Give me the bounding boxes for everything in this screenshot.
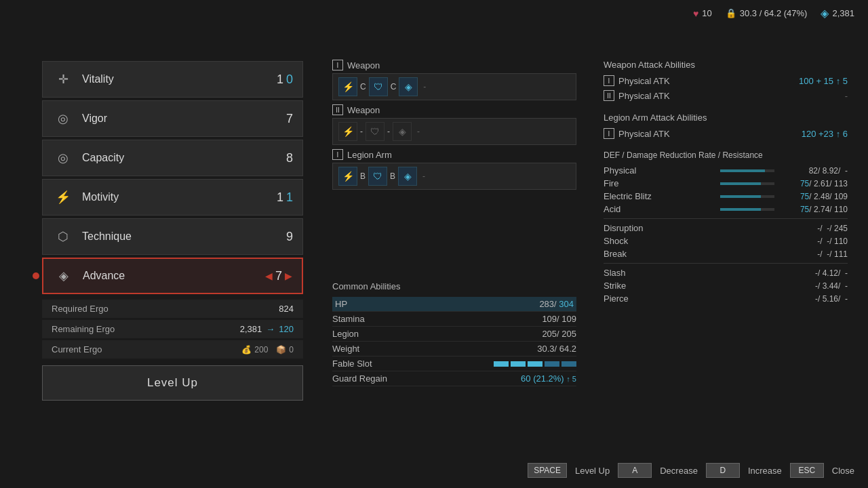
def-values-acid: 75/ 2.74/ 110 [780, 205, 848, 214]
stat-value-capacity: 8 [286, 151, 293, 165]
stat-row-motivity[interactable]: ⚡ Motivity 1 1 [42, 179, 303, 216]
bottom-bar: SPACE Level Up A Decrease D Increase ESC… [528, 463, 854, 478]
weapon-slots-2: ⚡ - 🛡 - ◈ - [332, 118, 576, 145]
current-ergo-label: Current Ergo [52, 344, 241, 354]
ergo-value: 2,381 [832, 8, 854, 18]
weapon-attack-name-1: Physical ATK [618, 76, 799, 86]
fable-seg-5 [561, 361, 576, 367]
def-values-strike: -/ 3.44/ - [780, 281, 848, 291]
legion-attack-tier-1: I [604, 128, 614, 139]
current-ergo-coin-value: 200 [254, 345, 268, 354]
def-section: DEF / Damage Reduction Rate / Resistance… [604, 150, 848, 305]
weapon-slot-1-1: ⚡ [338, 77, 357, 96]
ability-values-hp: 283/ 304 [539, 299, 574, 309]
def-title: DEF / Damage Reduction Rate / Resistance [604, 150, 848, 160]
a-key[interactable]: A [618, 463, 652, 478]
common-abilities-panel: Common Abilities HP 283/ 304 Stamina 109… [332, 281, 576, 386]
def-divider-1 [604, 218, 848, 219]
def-row-disruption: Disruption -/ -/ 245 [604, 222, 848, 235]
def-label-electric: Electric Blitz [604, 191, 720, 201]
def-bar-fill-electric [720, 195, 761, 198]
stat-row-technique[interactable]: ⬡ Technique 9 [42, 218, 303, 255]
legion-attack-title: Legion Arm Attack Abilities [604, 113, 848, 123]
stat-name-vigor: Vigor [82, 113, 286, 125]
close-label: Close [832, 466, 854, 476]
weapon-slot-1-3: ◈ [399, 77, 418, 96]
right-panel: Weapon Attack Abilities I Physical ATK 1… [604, 60, 848, 305]
ability-row-weight: Weight 30.3/ 64.2 [332, 342, 576, 357]
stat-row-vigor[interactable]: ◎ Vigor 7 [42, 100, 303, 137]
ability-row-hp: HP 283/ 304 [332, 297, 576, 312]
weight-value: 30.3 / 64.2 (47%) [740, 8, 808, 18]
remaining-ergo-current: 2,381 [240, 324, 262, 334]
def-label-slash: Slash [604, 268, 780, 278]
ability-label-guard-regain: Guard Regain [332, 373, 521, 384]
stat-row-capacity[interactable]: ◎ Capacity 8 [42, 140, 303, 176]
ability-row-legion: Legion 205/ 205 [332, 327, 576, 342]
weapon-slots-3: ⚡ B 🛡 B ◈ - [332, 163, 576, 190]
def-label-fire: Fire [604, 178, 720, 188]
weapon-attack-row-1: I Physical ATK 100 + 15 ↑ 5 [604, 73, 848, 88]
motivity-icon: ⚡ [52, 186, 74, 208]
weapon-attack-tier-2: II [604, 90, 614, 101]
def-row-pierce: Pierce -/ 5.16/ - [604, 292, 848, 305]
def-values-physical: 82/ 8.92/ - [780, 166, 848, 176]
level-up-key-label: Level Up [575, 466, 610, 476]
def-values-break: -/ -/ 111 [780, 249, 848, 259]
slot-grade-1-2: C [391, 82, 397, 92]
ability-row-guard-regain: Guard Regain 60 (21.2%) ↑ 5 [332, 371, 576, 386]
stat-name-vitality: Vitality [82, 73, 277, 85]
esc-key[interactable]: ESC [790, 463, 824, 478]
advance-decrease-arrow[interactable]: ◀ [265, 270, 273, 281]
increase-label: Increase [748, 466, 782, 476]
def-bar-physical [720, 169, 774, 172]
slot-icon-shield-1: 🛡 [369, 77, 388, 96]
top-bar: ♥ 10 🔒 30.3 / 64.2 (47%) ◈ 2,381 [693, 7, 854, 20]
advance-indicator [33, 272, 39, 279]
weapon-section-2: II Weapon ⚡ - 🛡 - ◈ - [332, 104, 576, 145]
slot-grade-3-2: B [390, 171, 395, 181]
bank-icon: 📦 [276, 345, 286, 354]
def-bar-fill-physical [720, 169, 765, 172]
def-divider-2 [604, 263, 848, 264]
weapon-slot-3-3: ◈ [398, 167, 417, 186]
weapon-slot-3-1: ⚡ [338, 167, 357, 186]
weapon-slots-1: ⚡ C 🛡 C ◈ - [332, 73, 576, 100]
def-row-break: Break -/ -/ 111 [604, 247, 848, 260]
remaining-ergo-new: 120 [279, 324, 294, 334]
remaining-ergo-arrow: → [266, 324, 275, 334]
slot-icon-electric-3: ⚡ [338, 167, 357, 186]
def-row-slash: Slash -/ 4.12/ - [604, 266, 848, 279]
d-key[interactable]: D [706, 463, 740, 478]
stat-value-motivity: 1 1 [277, 190, 293, 205]
weapon-slot-3-2: 🛡 [368, 167, 387, 186]
advance-icon: ◈ [53, 265, 75, 287]
advance-increase-arrow[interactable]: ▶ [285, 270, 292, 281]
weapon-attack-title: Weapon Attack Abilities [604, 60, 848, 70]
def-row-shock: Shock -/ -/ 110 [604, 235, 848, 247]
weapon-header-2: II Weapon [332, 104, 576, 115]
heart-icon: ♥ [693, 8, 698, 19]
weapon-section-3: I Legion Arm ⚡ B 🛡 B ◈ - [332, 149, 576, 190]
ability-row-fable: Fable Slot [332, 357, 576, 371]
stat-value-advance: ◀ 7 ▶ [265, 269, 292, 283]
weapon-label-2: Weapon [347, 105, 380, 115]
ability-values-weight: 30.3/ 64.2 [537, 344, 576, 354]
health-display: ♥ 10 [693, 8, 712, 19]
def-label-break: Break [604, 249, 780, 259]
slot-icon-diamond-3: ◈ [398, 167, 417, 186]
stat-row-vitality[interactable]: ✛ Vitality 1 0 [42, 61, 303, 98]
weapon-tier-1: I [332, 60, 343, 70]
weapon-header-3: I Legion Arm [332, 149, 576, 160]
level-up-button[interactable]: Level Up [42, 365, 303, 401]
coin-icon: 💰 [241, 345, 252, 354]
slot-icon-diamond-2: ◈ [393, 122, 412, 141]
def-row-electric: Electric Blitz 75/ 2.48/ 109 [604, 190, 848, 203]
stat-name-capacity: Capacity [82, 152, 286, 164]
ability-label-hp: HP [335, 299, 539, 309]
def-label-shock: Shock [604, 236, 780, 246]
slot-icon-diamond-1: ◈ [399, 77, 418, 96]
space-key[interactable]: SPACE [528, 463, 567, 478]
required-ergo-label: Required Ergo [52, 304, 279, 314]
stat-row-advance[interactable]: ◈ Advance ◀ 7 ▶ [42, 258, 303, 294]
